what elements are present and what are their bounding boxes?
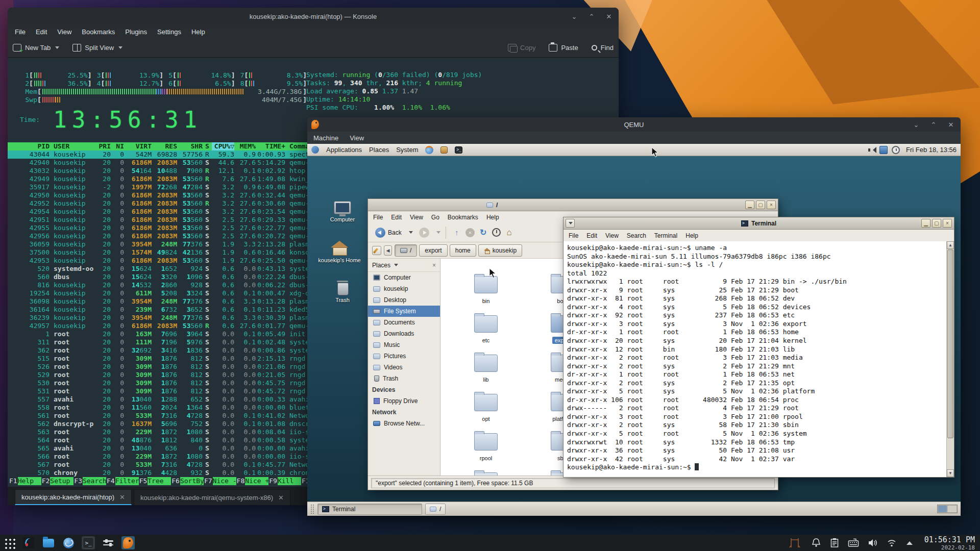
firefox-icon[interactable] (425, 146, 433, 154)
menu-item-view[interactable]: View (605, 232, 619, 239)
taskbar-app-qemu[interactable] (121, 536, 135, 549)
taskbar-app-file-manager[interactable] (42, 536, 55, 549)
file-item-etc[interactable]: etc (448, 313, 524, 353)
taskbar-app-web-browser[interactable] (62, 536, 75, 549)
menu-item-file[interactable]: File (373, 214, 383, 221)
network-icon[interactable] (879, 146, 888, 154)
scrollbar-thumb[interactable] (947, 249, 953, 438)
menu-item-help[interactable]: Help (685, 232, 698, 239)
sidebar-item-desktop[interactable]: Desktop (368, 294, 440, 306)
up-icon[interactable]: ↑ (451, 227, 462, 238)
volume-icon[interactable] (867, 146, 875, 154)
sidebar-item-documents[interactable]: Documents (368, 317, 440, 328)
sidebar-item-trash[interactable]: Trash (368, 373, 440, 384)
file-manager-titlebar[interactable]: / ▁ ▢ × (368, 199, 778, 211)
guest-menu-system[interactable]: System (396, 146, 418, 154)
close-icon[interactable]: ✕ (946, 120, 955, 129)
konsole-tab-0[interactable]: kousekip:ako-kaede-mirai(htop)✕ (15, 489, 132, 505)
menu-item-view[interactable]: View (410, 214, 423, 221)
menu-item-terminal[interactable]: Terminal (654, 232, 677, 239)
path-button-export[interactable]: export (419, 244, 447, 257)
chevron-down-icon[interactable] (55, 46, 59, 49)
minimize-icon[interactable]: ⌄ (570, 12, 579, 21)
sidebar-item-kousekip[interactable]: kousekip (368, 283, 440, 294)
htop-column-res[interactable]: RES (152, 142, 177, 151)
stop-icon[interactable]: × (465, 228, 475, 237)
maximize-icon[interactable]: ▢ (932, 219, 941, 228)
maximize-icon[interactable]: ▢ (756, 201, 765, 209)
package-manager-icon[interactable] (440, 146, 448, 154)
path-button-kousekip[interactable]: kousekip (478, 244, 522, 257)
htop-column-user[interactable]: USER (50, 142, 93, 151)
window-menu-icon[interactable] (566, 219, 575, 228)
minimize-icon[interactable]: ▁ (921, 219, 930, 228)
fkey-f8[interactable]: F8Nice + (236, 477, 269, 485)
back-button[interactable]: Back (372, 226, 405, 239)
sidebar-item-downloads[interactable]: Downloads (368, 328, 440, 339)
fkey-f5[interactable]: F5Tree (139, 477, 172, 485)
fkey-f3[interactable]: F3Search (74, 477, 106, 485)
file-item-lib[interactable]: lib (448, 353, 524, 392)
panel-grip[interactable] (310, 504, 314, 514)
pathbar-scroll-left-icon[interactable]: ◀ (384, 245, 392, 256)
minimize-icon[interactable]: ▁ (745, 201, 754, 209)
guest-clock[interactable]: Fri Feb 18, 13:56 (906, 146, 957, 154)
konsole-tab-1[interactable]: kousekip:ako-kaede-mirai(qemu-system-x86… (134, 489, 290, 505)
app-launcher-icon[interactable] (3, 537, 15, 549)
expand-tray-icon[interactable] (905, 540, 914, 546)
path-button-home[interactable]: home (450, 244, 476, 257)
notifications-icon[interactable] (811, 538, 821, 548)
reload-icon[interactable]: ↻ (478, 227, 489, 238)
clipboard-icon[interactable] (830, 538, 839, 548)
search-icon[interactable] (492, 228, 501, 237)
konsole-titlebar[interactable]: kousekip:ako-kaede-mirai(htop) — Konsole… (8, 8, 619, 25)
menu-item-settings[interactable]: Settings (157, 28, 181, 36)
menu-item-search[interactable]: Search (627, 232, 646, 239)
close-icon[interactable]: ✕ (278, 494, 284, 502)
menu-item-view[interactable]: View (350, 134, 364, 142)
workspace-2[interactable] (948, 506, 957, 512)
edit-location-icon[interactable] (372, 246, 381, 255)
taskbar-clock[interactable]: 01:56:31 PM 2022-02-18 (924, 535, 975, 551)
maximize-icon[interactable]: ⌃ (587, 12, 596, 21)
htop-column-mem%[interactable]: MEM% (234, 142, 256, 151)
taskbar-app-konsole[interactable]: >_ (82, 536, 95, 549)
taskbar-app-system-settings[interactable] (102, 536, 115, 549)
menu-item-file[interactable]: File (569, 232, 578, 239)
fkey-f7[interactable]: F7Nice - (204, 477, 236, 485)
keyboard-icon[interactable] (848, 538, 859, 548)
file-item-bin[interactable]: bin (448, 274, 524, 313)
chevron-down-icon[interactable] (118, 46, 122, 49)
menu-item-view[interactable]: View (57, 28, 71, 36)
path-button-[interactable]: / (395, 244, 417, 257)
terminal-launcher-icon[interactable]: >_ (455, 146, 462, 154)
home-icon[interactable]: ⌂ (504, 227, 515, 238)
menu-item-edit[interactable]: Edit (586, 232, 597, 239)
sidebar-item-pictures[interactable]: Pictures (368, 350, 440, 362)
terminal-output[interactable]: kousekip@ako-kaede-mirai-sun:~$ uname -a… (564, 241, 946, 477)
file-item-rpool[interactable]: rpool (448, 431, 524, 470)
menu-item-file[interactable]: File (15, 28, 26, 36)
file-item-usr[interactable]: usr (448, 470, 524, 475)
htop-column-pri[interactable]: PRI (93, 142, 111, 151)
desktop-icon-home[interactable]: kousekip's Home (311, 241, 368, 263)
distro-menu-icon[interactable] (311, 146, 319, 154)
easel-tray-icon[interactable] (787, 537, 802, 548)
sidebar-header[interactable]: Places × (368, 259, 440, 272)
workspace-pager[interactable] (937, 505, 958, 513)
guest-menu-applications[interactable]: Applications (326, 146, 362, 154)
desktop-icon-computer[interactable]: Computer (314, 201, 371, 222)
new-tab-button[interactable]: New Tab (13, 44, 59, 52)
copy-button[interactable]: Copy (508, 44, 535, 52)
fkey-f9[interactable]: F9Kill (268, 477, 301, 485)
paste-button[interactable]: Paste (549, 44, 578, 52)
network-wifi-icon[interactable] (887, 538, 897, 547)
htop-column-time+[interactable]: TIME+ (256, 142, 285, 151)
menu-item-plugins[interactable]: Plugins (125, 28, 147, 36)
sidebar-item-computer[interactable]: Computer (368, 272, 440, 283)
minimize-icon[interactable]: ⌄ (912, 120, 921, 129)
menu-item-edit[interactable]: Edit (391, 214, 402, 221)
volume-icon[interactable] (868, 538, 878, 548)
htop-column-shr[interactable]: SHR (177, 142, 203, 151)
taskbar-app-kate[interactable] (22, 536, 35, 549)
